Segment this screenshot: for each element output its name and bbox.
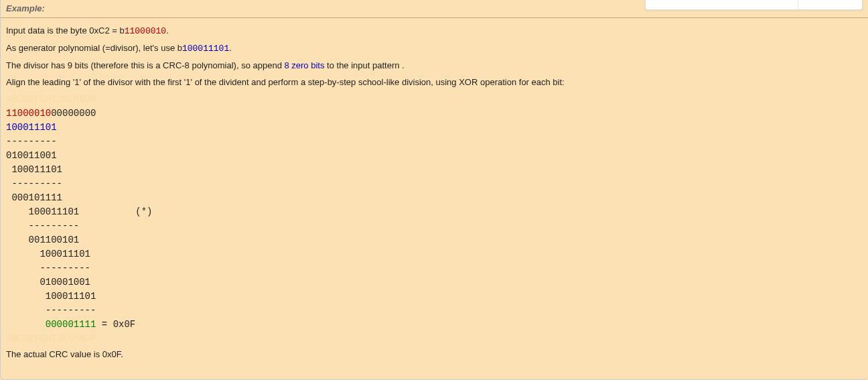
separator-row: --------- <box>6 305 96 316</box>
intro-line-4: Align the leading '1' of the divisor wit… <box>6 76 863 89</box>
zero-bits-text: 8 zero bits <box>284 60 324 70</box>
divisor-bits: 100011101 <box>182 44 229 54</box>
crc-result-bits: 000001111 <box>46 319 96 330</box>
divisor-row: 100011101 <box>6 291 96 302</box>
example-content: Input data is the byte 0xC2 = b11000010.… <box>1 18 868 371</box>
result-row: 010001001 <box>6 277 90 288</box>
intro-line-3: The divisor has 9 bits (therefore this i… <box>6 60 863 72</box>
text-fragment: Input data is the byte 0xC2 = b <box>6 25 125 36</box>
header-input-panel[interactable] <box>645 0 863 10</box>
separator-row: --------- <box>6 220 79 231</box>
text-fragment: . <box>166 25 169 36</box>
footer-text: The actual CRC value is 0x0F. <box>6 349 863 361</box>
result-row: 001100101 <box>6 235 79 245</box>
intro-line-2: As generator polynomial (=divisor), let'… <box>6 42 863 56</box>
data-bits: 11000010 <box>6 108 51 119</box>
result-row: 010011001 <box>6 150 57 161</box>
separator-row: --------- <box>6 136 57 147</box>
final-prefix <box>6 319 46 330</box>
input-bits: 11000010 <box>125 26 166 36</box>
padding-zeros: 00000000 <box>51 108 96 119</box>
divisor-row: 100011101 (*) <box>6 206 152 217</box>
divisor-row: 100011101 <box>6 249 90 259</box>
separator-row: --------- <box>6 178 62 189</box>
intro-line-1: Input data is the byte 0xC2 = b11000010. <box>6 25 863 38</box>
text-fragment: The divisor has 9 bits (therefore this i… <box>6 60 284 70</box>
result-row: 000101111 <box>6 192 62 203</box>
column-footer: ABCDEFGHIJKLMNOP <box>6 333 96 344</box>
text-fragment: to the input pattern . <box>324 60 404 70</box>
divisor-row: 100011101 <box>6 164 62 175</box>
text-fragment: . <box>229 43 232 53</box>
column-header: ABCDEFGHIJKLMNOP <box>6 94 96 105</box>
crc-result-hex: = 0x0F <box>96 319 135 330</box>
example-label: Example: <box>6 3 45 17</box>
text-fragment: As generator polynomial (=divisor), let'… <box>6 43 182 53</box>
separator-row: --------- <box>6 263 90 273</box>
example-header: Example: <box>1 0 868 18</box>
divisor-row: 100011101 <box>6 122 57 133</box>
calculation-block: ABCDEFGHIJKLMNOP 1100001000000000 100011… <box>6 92 863 346</box>
